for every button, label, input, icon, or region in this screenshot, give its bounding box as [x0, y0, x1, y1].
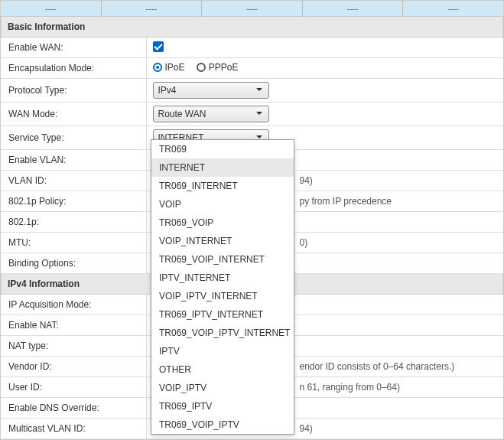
label-user-id: User ID:	[1, 377, 146, 398]
label-dns: Enable DNS Override:	[1, 398, 146, 419]
label-mvlan: Multicast VLAN ID:	[1, 419, 146, 439]
dropdown-option[interactable]: TR069_VOIP_INTERNET	[151, 250, 294, 269]
label-8021p: 802.1p:	[1, 212, 146, 233]
dropdown-option[interactable]: TR069	[151, 140, 294, 158]
radio-ipoe[interactable]: IPoE	[153, 62, 185, 73]
dropdown-option[interactable]: INTERNET	[151, 158, 294, 177]
section-basic-info: Basic Information	[1, 17, 503, 37]
dropdown-option[interactable]: IPTV_INTERNET	[151, 269, 294, 287]
tab[interactable]: ----	[202, 1, 303, 16]
tab[interactable]: ----	[102, 1, 203, 16]
dropdown-option[interactable]: IPTV	[151, 342, 294, 360]
label-nat-type: NAT type:	[1, 336, 146, 357]
label-wan-mode: WAN Mode:	[1, 103, 146, 126]
label-encap: Encapsulation Mode:	[1, 58, 146, 79]
dropdown-option[interactable]: TR069_VOIP_IPTV_INTERNET	[151, 324, 294, 342]
label-vendor: Vendor ID:	[1, 357, 146, 377]
wan-mode-select[interactable]: Route WAN	[153, 106, 269, 122]
label-service-type: Service Type:	[1, 126, 146, 150]
label-8021p-policy: 802.1p Policy:	[1, 191, 146, 212]
protocol-select[interactable]: IPv4	[153, 82, 269, 99]
dropdown-option[interactable]: TR069_VOIP	[151, 213, 294, 232]
service-type-dropdown[interactable]: TR069INTERNETTR069_INTERNETVOIPTR069_VOI…	[151, 139, 294, 435]
label-binding: Binding Options:	[1, 253, 146, 274]
dropdown-option[interactable]: TR069_INTERNET	[151, 177, 294, 195]
tab[interactable]: ----	[303, 1, 404, 16]
dropdown-option[interactable]: TR069_VOIP_IPTV	[151, 416, 294, 434]
tab[interactable]: ----	[1, 1, 102, 16]
radio-pppoe[interactable]: PPPoE	[197, 62, 239, 73]
label-enable-wan: Enable WAN:	[1, 37, 146, 58]
dropdown-option[interactable]: VOIP	[151, 195, 294, 213]
dropdown-option[interactable]: OTHER	[151, 360, 294, 379]
dropdown-option[interactable]: TR069_IPTV_INTERNET	[151, 305, 294, 324]
dropdown-option[interactable]: TR069_IPTV	[151, 397, 294, 416]
label-ip-acq: IP Acquisition Mode:	[1, 295, 146, 315]
label-protocol: Protocol Type:	[1, 79, 146, 103]
tab[interactable]: ----	[403, 1, 503, 16]
label-enable-vlan: Enable VLAN:	[1, 150, 146, 171]
enable-wan-checkbox[interactable]	[153, 41, 164, 52]
label-mtu: MTU:	[1, 233, 146, 253]
dropdown-option[interactable]: VOIP_IPTV_INTERNET	[151, 287, 294, 305]
label-vlan-id: VLAN ID:	[1, 171, 146, 191]
dropdown-option[interactable]: VOIP_IPTV	[151, 379, 294, 397]
label-enable-nat: Enable NAT:	[1, 315, 146, 336]
dropdown-option[interactable]: VOIP_INTERNET	[151, 232, 294, 250]
top-tabs: ---- ---- ---- ---- ----	[0, 0, 504, 17]
